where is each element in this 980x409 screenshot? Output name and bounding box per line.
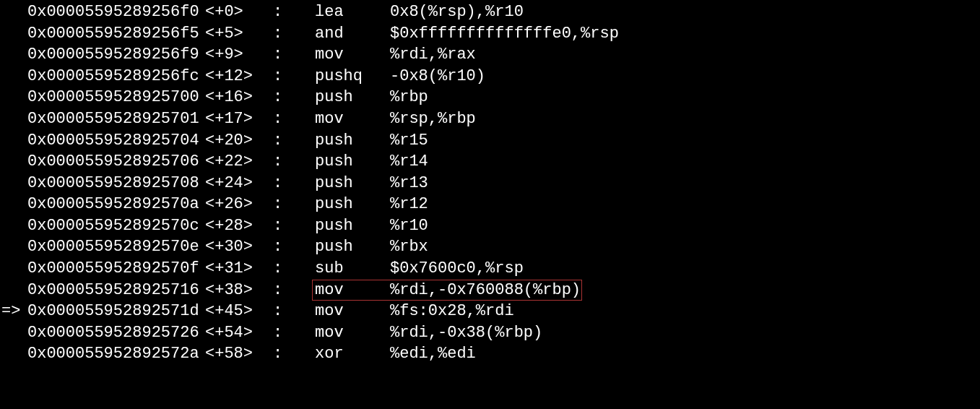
offset: <+9>: [205, 44, 273, 66]
mnemonic: pushq: [315, 66, 390, 87]
instruction: push%rbp: [315, 87, 980, 108]
separator: :: [273, 236, 315, 258]
disassembly-listing: 0x00005595289256f0<+0>:lea0x8(%rsp),%r10…: [0, 1, 980, 365]
instruction: lea0x8(%rsp),%r10: [315, 1, 980, 23]
disasm-row: =>0x000055952892571d<+45>:mov%fs:0x28,%r…: [0, 301, 980, 322]
separator: :: [273, 194, 315, 215]
instruction: push%r10: [315, 215, 980, 237]
separator: :: [273, 66, 315, 87]
offset: <+28>: [205, 215, 273, 237]
instruction-inner: mov%fs:0x28,%rdi: [315, 301, 514, 322]
instruction-inner: and$0xffffffffffffffe0,%rsp: [315, 23, 619, 45]
disasm-row: 0x0000559528925706<+22>:push%r14: [0, 151, 980, 173]
offset: <+54>: [205, 322, 273, 344]
address: 0x000055952892571d: [27, 301, 205, 322]
operands: 0x8(%rsp),%r10: [390, 1, 524, 23]
operands: %r12: [390, 194, 428, 215]
mnemonic: push: [315, 130, 390, 152]
disasm-row: 0x000055952892570e<+30>:push%rbx: [0, 237, 980, 259]
instruction-inner: push%rbx: [315, 236, 428, 258]
mnemonic: push: [315, 236, 390, 258]
disasm-row: 0x00005595289256f9<+9>:mov%rdi,%rax: [0, 44, 980, 66]
disasm-row: 0x0000559528925701<+17>:mov%rsp,%rbp: [0, 108, 980, 130]
disasm-row: 0x0000559528925708<+24>:push%r13: [0, 173, 980, 194]
mnemonic: mov: [315, 301, 390, 322]
instruction: sub$0x7600c0,%rsp: [315, 258, 980, 280]
address: 0x00005595289256f5: [27, 23, 205, 45]
address: 0x000055952892570a: [27, 194, 205, 215]
offset: <+24>: [205, 173, 273, 194]
address: 0x0000559528925701: [27, 108, 205, 130]
instruction: push%r14: [315, 151, 980, 173]
operands: $0xffffffffffffffe0,%rsp: [390, 23, 619, 45]
operands: %edi,%edi: [390, 343, 476, 365]
instruction-inner: push%r12: [315, 194, 428, 215]
address: 0x0000559528925706: [27, 151, 205, 173]
offset: <+30>: [205, 236, 273, 258]
instruction: push%r13: [315, 173, 980, 194]
separator: :: [273, 108, 315, 130]
operands: %fs:0x28,%rdi: [390, 301, 514, 322]
separator: :: [273, 280, 315, 301]
mnemonic: push: [315, 151, 390, 173]
separator: :: [273, 173, 315, 194]
mnemonic: mov: [315, 280, 390, 301]
mnemonic: push: [315, 215, 390, 237]
disasm-row: 0x00005595289256f0<+0>:lea0x8(%rsp),%r10: [0, 1, 980, 23]
separator: :: [273, 301, 315, 322]
separator: :: [273, 215, 315, 237]
offset: <+5>: [205, 23, 273, 45]
mnemonic: push: [315, 173, 390, 194]
disasm-row: 0x000055952892572a<+58>:xor%edi,%edi: [0, 344, 980, 366]
instruction: mov%rdi,%rax: [315, 44, 980, 66]
disasm-row: 0x0000559528925704<+20>:push%r15: [0, 130, 980, 152]
separator: :: [273, 322, 315, 344]
offset: <+58>: [205, 343, 273, 365]
offset: <+17>: [205, 108, 273, 130]
instruction: mov%rdi,-0x760088(%rbp): [315, 280, 980, 301]
separator: :: [273, 258, 315, 280]
separator: :: [273, 343, 315, 365]
instruction-inner: push%r15: [315, 130, 428, 152]
disasm-row: 0x000055952892570c<+28>:push%r10: [0, 215, 980, 237]
disasm-row: 0x0000559528925700<+16>:push%rbp: [0, 87, 980, 108]
instruction: push%r15: [315, 130, 980, 152]
offset: <+22>: [205, 151, 273, 173]
address: 0x000055952892572a: [27, 343, 205, 365]
instruction-inner: pushq-0x8(%r10): [315, 66, 485, 87]
offset: <+26>: [205, 194, 273, 215]
disasm-row: 0x000055952892570f<+31>:sub$0x7600c0,%rs…: [0, 258, 980, 280]
address: 0x0000559528925716: [27, 280, 205, 301]
address: 0x0000559528925708: [27, 173, 205, 194]
mnemonic: mov: [315, 108, 390, 130]
instruction: and$0xffffffffffffffe0,%rsp: [315, 23, 980, 45]
instruction-inner: push%rbp: [315, 87, 428, 108]
operands: %rdi,-0x38(%rbp): [390, 322, 542, 344]
highlighted-instruction: mov%rdi,-0x760088(%rbp): [315, 280, 581, 301]
disasm-row: 0x00005595289256f5<+5>:and$0xfffffffffff…: [0, 23, 980, 45]
address: 0x000055952892570e: [27, 236, 205, 258]
instruction-inner: push%r10: [315, 215, 428, 237]
address: 0x0000559528925726: [27, 322, 205, 344]
separator: :: [273, 1, 315, 23]
operands: %rbp: [390, 87, 428, 108]
instruction: pushq-0x8(%r10): [315, 66, 980, 87]
offset: <+45>: [205, 301, 273, 322]
separator: :: [273, 23, 315, 45]
operands: $0x7600c0,%rsp: [390, 258, 524, 280]
offset: <+38>: [205, 280, 273, 301]
disasm-row: 0x000055952892570a<+26>:push%r12: [0, 194, 980, 215]
operands: %r14: [390, 151, 428, 173]
instruction: mov%rsp,%rbp: [315, 108, 980, 130]
mnemonic: lea: [315, 1, 390, 23]
separator: :: [273, 151, 315, 173]
address: 0x00005595289256f9: [27, 44, 205, 66]
offset: <+20>: [205, 130, 273, 152]
instruction: push%r12: [315, 194, 980, 215]
instruction-inner: xor%edi,%edi: [315, 343, 476, 365]
operands: %rdi,-0x760088(%rbp): [390, 280, 581, 301]
instruction: push%rbx: [315, 236, 980, 258]
operands: %r13: [390, 173, 428, 194]
address: 0x000055952892570c: [27, 215, 205, 237]
offset: <+12>: [205, 66, 273, 87]
